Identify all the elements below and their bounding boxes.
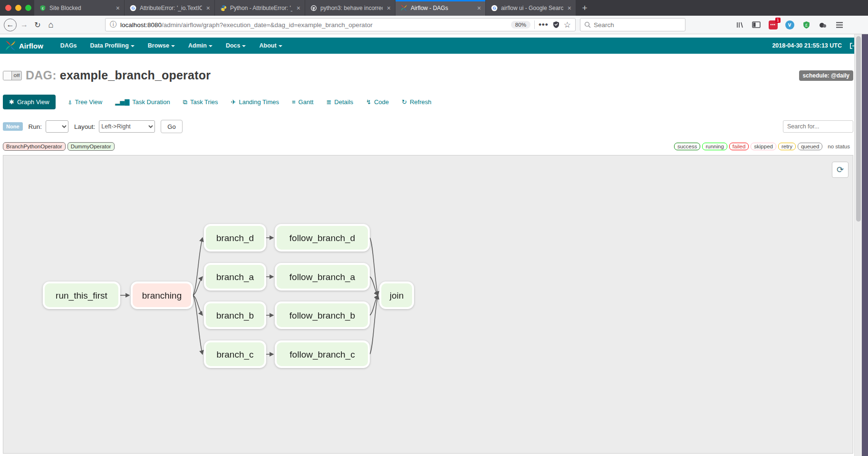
dag-pause-toggle[interactable]: Off — [3, 71, 22, 80]
run-controls: None Run: Layout: Left->Right Go — [3, 120, 853, 133]
status-pill-skipped: skipped — [751, 143, 776, 150]
zoom-level-badge[interactable]: 80% — [511, 21, 530, 29]
dag-node-branch_a[interactable]: branch_a — [205, 264, 265, 290]
task-search-input[interactable] — [783, 120, 853, 133]
search-icon — [584, 21, 591, 28]
tab-title: AttributeError: '_io.TextIOWrapp — [140, 5, 202, 11]
address-bar[interactable]: ⓘ localhost:8080/admin/airflow/graph?exe… — [105, 18, 576, 31]
view-tab-refresh[interactable]: ↻ Refresh — [402, 98, 431, 106]
blue-extension-icon[interactable]: v — [785, 20, 794, 29]
dag-name: example_branch_operator — [60, 68, 211, 82]
go-button[interactable]: Go — [161, 120, 182, 133]
browser-search-input[interactable] — [594, 21, 681, 29]
view-tab-landing-times[interactable]: ✈ Landing Times — [231, 98, 279, 106]
details-icon: ≣ — [326, 98, 331, 106]
view-tab-task-duration[interactable]: ▂▅▇ Task Duration — [115, 98, 170, 106]
view-tab-label: Tree View — [75, 98, 102, 106]
browser-tab-attributeerror-io-textio[interactable]: G AttributeError: '_io.TextIOWrapp × — [125, 0, 215, 16]
tab-close-icon[interactable]: × — [567, 4, 572, 12]
password-manager-extension-icon[interactable]: ••• 1 — [768, 20, 778, 29]
run-select[interactable] — [46, 120, 68, 133]
navbar-item-data-profiling[interactable]: Data Profiling — [84, 38, 141, 54]
reload-icon[interactable]: ↻ — [31, 18, 44, 31]
dag-node-branch_d[interactable]: branch_d — [205, 225, 265, 251]
navbar-item-label: Admin — [188, 42, 207, 49]
tab-close-icon[interactable]: × — [205, 4, 211, 12]
dag-node-follow_branch_c[interactable]: follow_branch_c — [276, 341, 369, 367]
dag-node-branching[interactable]: branching — [132, 282, 192, 308]
adblock-shield-icon[interactable]: £ — [801, 20, 811, 29]
tab-bar: £ Site Blocked × G AttributeError: '_io.… — [0, 0, 868, 16]
dag-node-follow_branch_a[interactable]: follow_branch_a — [276, 264, 369, 290]
page-scrollbar[interactable] — [854, 34, 862, 456]
navbar-item-dags[interactable]: DAGs — [54, 38, 84, 54]
site-info-icon[interactable]: ⓘ — [110, 20, 116, 29]
view-tab-label: Gantt — [299, 98, 314, 106]
browser-tab-python-attributeerror-io[interactable]: Python - AttributeError: '_io.Tex × — [215, 0, 305, 16]
pocket-shield-icon[interactable] — [552, 21, 560, 29]
toggle-knob — [3, 71, 12, 80]
view-tab-tree-view[interactable]: ⍋ Tree View — [68, 98, 103, 106]
browser-tab-airflow-ui-google-search[interactable]: G airflow ui - Google Search × — [486, 0, 576, 16]
urlbar-divider — [534, 20, 535, 29]
svg-text:G: G — [492, 6, 496, 10]
minimize-window-button[interactable] — [15, 5, 21, 11]
view-tab-code[interactable]: ↯ Code — [366, 98, 389, 106]
browser-tab-python3-behave-incorrect[interactable]: python3: behave incorrectly mo × — [305, 0, 395, 16]
view-tab-task-tries[interactable]: ⧉ Task Tries — [183, 98, 218, 106]
browser-search-bar[interactable] — [580, 18, 685, 31]
browser-tab-airflow-dags[interactable]: Airflow - DAGs × — [395, 0, 486, 16]
view-tab-label: Task Tries — [190, 98, 218, 106]
view-tab-details[interactable]: ≣ Details — [326, 98, 353, 106]
dag-node-run_this_first[interactable]: run_this_first — [44, 282, 119, 308]
dag-graph-canvas[interactable]: run_this_firstbranchingbranch_dbranch_ab… — [3, 155, 853, 454]
tab-close-icon[interactable]: × — [115, 4, 121, 12]
url-host: localhost:8080 — [120, 21, 162, 29]
page-actions-icon[interactable]: ••• — [539, 20, 549, 29]
sidebar-icon[interactable] — [752, 20, 761, 29]
svg-text:£: £ — [805, 22, 807, 27]
graph-refresh-button[interactable]: ⟳ — [832, 162, 849, 178]
navbar-item-browse[interactable]: Browse — [141, 38, 182, 54]
dag-graph-svg: run_this_firstbranchingbranch_dbranch_ab… — [3, 155, 853, 454]
page-viewport: Airflow DAGs Data Profiling Browse Admin… — [0, 34, 862, 456]
navbar-item-about[interactable]: About — [252, 38, 289, 54]
code-icon: ↯ — [366, 98, 371, 106]
navbar-item-docs[interactable]: Docs — [219, 38, 253, 54]
dag-node-follow_branch_d[interactable]: follow_branch_d — [276, 225, 369, 251]
background-window-sliver — [862, 34, 868, 456]
navbar-item-admin[interactable]: Admin — [182, 38, 219, 54]
layout-select[interactable]: Left->Right — [99, 120, 155, 133]
dag-node-branch_b[interactable]: branch_b — [205, 302, 265, 328]
dag-title-row: Off DAG: example_branch_operator schedul… — [3, 68, 853, 82]
svg-text:branching: branching — [142, 291, 182, 301]
dag-node-branch_c[interactable]: branch_c — [205, 341, 265, 367]
view-tab-gantt[interactable]: ≡ Gantt — [292, 98, 313, 106]
tab-close-icon[interactable]: × — [476, 4, 482, 12]
navbar-item-label: Docs — [226, 42, 241, 49]
browser-tab-site-blocked[interactable]: £ Site Blocked × — [34, 0, 125, 16]
tab-close-icon[interactable]: × — [296, 4, 301, 12]
new-tab-button[interactable]: + — [576, 0, 593, 16]
forward-icon[interactable]: → — [18, 18, 31, 31]
dag-node-join[interactable]: join — [380, 282, 413, 308]
close-window-button[interactable] — [5, 5, 11, 11]
library-icon[interactable] — [735, 20, 744, 29]
ghostery-extension-icon[interactable] — [818, 20, 828, 29]
view-tab-label: Code — [374, 98, 389, 106]
view-tab-label: Graph View — [17, 98, 49, 106]
scrollbar-thumb[interactable] — [856, 36, 861, 222]
home-icon[interactable]: ⌂ — [44, 18, 58, 31]
svg-text:run_this_first: run_this_first — [56, 291, 107, 301]
svg-text:follow_branch_d: follow_branch_d — [289, 233, 355, 243]
dag-node-follow_branch_b[interactable]: follow_branch_b — [276, 302, 369, 328]
bookmark-star-icon[interactable]: ☆ — [564, 20, 571, 30]
airflow-brand[interactable]: Airflow — [5, 40, 43, 51]
tab-close-icon[interactable]: × — [386, 4, 392, 12]
view-tab-graph-view[interactable]: ✱ Graph View — [3, 95, 56, 109]
zoom-window-button[interactable] — [25, 5, 31, 11]
menu-icon[interactable] — [835, 20, 844, 29]
run-label: Run: — [29, 123, 42, 130]
svg-text:follow_branch_c: follow_branch_c — [289, 349, 355, 360]
back-icon[interactable]: ← — [4, 19, 17, 31]
